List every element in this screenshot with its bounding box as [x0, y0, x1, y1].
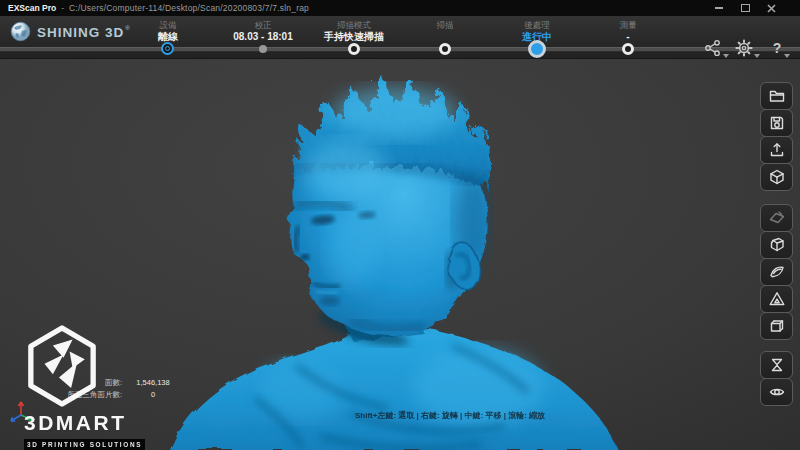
cutting-plane-button[interactable] — [760, 204, 793, 232]
visibility-button[interactable] — [760, 378, 793, 406]
viewport-3d-canvas[interactable]: Shift+左鍵: 選取 | 右鍵: 旋轉 | 中鍵: 平移 | 滾輪: 縮放 … — [0, 58, 800, 450]
help-button[interactable]: ? — [765, 39, 789, 59]
open-folder-icon — [768, 87, 786, 105]
brand-name: SHINING 3D — [37, 25, 124, 40]
double-triangle-icon — [768, 356, 786, 374]
settings-button[interactable] — [735, 39, 759, 59]
title-bar: EXScan Pro - C:/Users/Computer-114/Deskt… — [0, 0, 800, 16]
mouse-hint-text: Shift+左鍵: 選取 | 右鍵: 旋轉 | 中鍵: 平移 | 滾輪: 縮放 — [355, 410, 545, 421]
step-marker-calibration[interactable] — [259, 45, 267, 53]
step-scan-mode[interactable]: 掃描模式 手持快速掃描 — [324, 20, 384, 43]
cube-icon — [768, 168, 786, 186]
step-marker-measurement[interactable] — [622, 43, 634, 55]
maximize-icon[interactable] — [740, 3, 750, 13]
curved-surface-icon — [768, 263, 786, 281]
share-icon — [704, 39, 722, 57]
export-model-button[interactable] — [760, 136, 793, 164]
app-title: EXScan Pro — [8, 3, 56, 13]
model-view-button[interactable] — [760, 163, 793, 191]
step-scan[interactable]: 掃描 — [437, 20, 454, 31]
export-upload-icon — [768, 141, 786, 159]
save-project-button[interactable] — [760, 109, 793, 137]
surface-patch-button[interactable] — [760, 258, 793, 286]
bounding-box-button[interactable] — [760, 312, 793, 340]
3dmart-hexagon-logo-icon — [24, 324, 100, 408]
brand-registered: ® — [125, 25, 129, 31]
app-window: EXScan Pro - C:/Users/Computer-114/Deskt… — [0, 0, 800, 450]
file-path: C:/Users/Computer-114/Desktop/Scan/20200… — [69, 3, 309, 13]
flip-selection-button[interactable] — [760, 351, 793, 379]
step-calibration[interactable]: 校正 08.03 - 18:01 — [233, 20, 293, 43]
step-marker-scan[interactable] — [439, 43, 451, 55]
corner-cut-cube-icon — [768, 236, 786, 254]
toolbar-edit-group — [760, 204, 793, 340]
vendor-watermark: 3DMART 3D PRINTING SOLUTIONS — [24, 324, 145, 450]
open-project-button[interactable] — [760, 82, 793, 110]
cutting-plane-icon — [768, 209, 786, 227]
toolbar-view-group — [760, 351, 793, 406]
close-icon[interactable] — [766, 3, 776, 13]
step-device[interactable]: 設備 離線 — [158, 20, 178, 43]
workflow-bar: SHINING 3D® 設備 離線 校正 08.03 - 18:01 掃描模式 … — [0, 16, 800, 59]
bounding-box-icon — [768, 317, 786, 335]
minimize-icon[interactable] — [714, 3, 724, 13]
help-dropdown-caret — [784, 54, 790, 58]
step-measurement[interactable]: 測量 - — [620, 20, 637, 43]
title-separator: - — [61, 3, 64, 13]
triangle-mesh-icon — [768, 290, 786, 308]
settings-gear-icon — [735, 39, 753, 57]
globe-icon — [10, 21, 31, 42]
eye-icon — [768, 383, 786, 401]
share-dropdown-caret — [723, 54, 729, 58]
watermark-brand: 3DMART — [24, 413, 145, 433]
step-marker-scan-mode[interactable] — [348, 43, 360, 55]
corner-cut-cube-button[interactable] — [760, 231, 793, 259]
watermark-tagline: 3D PRINTING SOLUTIONS — [24, 439, 145, 450]
simplify-mesh-button[interactable] — [760, 285, 793, 313]
window-controls — [714, 3, 792, 13]
save-floppy-icon — [768, 114, 786, 132]
settings-dropdown-caret — [754, 54, 760, 58]
share-button[interactable] — [704, 39, 728, 59]
step-marker-device[interactable] — [161, 42, 174, 55]
toolbar-file-group — [760, 82, 793, 191]
brand-logo: SHINING 3D® — [10, 21, 130, 42]
step-marker-post-processing[interactable] — [528, 40, 546, 58]
workflow-progress-track — [0, 47, 800, 52]
